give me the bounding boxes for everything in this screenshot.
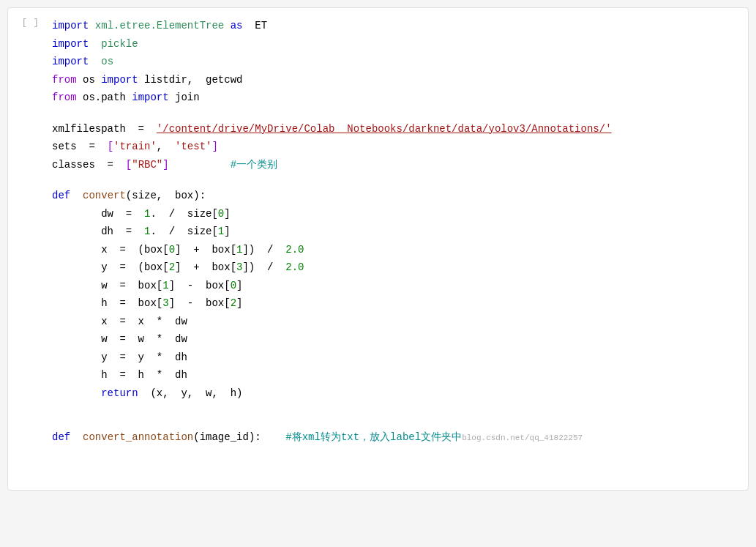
code-line-import-os: import os — [52, 53, 741, 71]
code-line-from-ospath: from os.path import join — [52, 89, 741, 107]
code-line-def-convert-annotation: def convert_annotation(image_id): #将xml转… — [52, 428, 741, 447]
separator-3 — [52, 402, 741, 415]
code-line-h-box32: h = box[3] - box[2] — [52, 294, 741, 313]
code-cell: [ ] import xml.etree.ElementTree as ET i… — [7, 7, 749, 491]
code-line-h-dh: h = h * dh — [52, 366, 741, 384]
code-line-w-box10: w = box[1] - box[0] — [52, 277, 741, 295]
code-line-classes: classes = ["RBC"] #一个类别 — [52, 156, 741, 174]
code-line-w-dw: w = w * dw — [52, 330, 741, 349]
code-line-from-os: from os import listdir, getcwd — [52, 71, 741, 89]
cell-bracket: [ ] — [22, 17, 39, 28]
code-line-dw: dw = 1. / size[0] — [52, 205, 741, 223]
code-line-x-box01: x = (box[0] + box[1]) / 2.0 — [52, 241, 741, 259]
separator-1 — [52, 107, 741, 120]
cell-content[interactable]: import xml.etree.ElementTree as ET impor… — [45, 8, 748, 490]
code-line-y-dh: y = y * dh — [52, 349, 741, 367]
code-line-def-convert: def convert(size, box): — [52, 187, 741, 205]
cell-gutter: [ ] — [8, 8, 45, 490]
code-line-return: return (x, y, w, h) — [52, 384, 741, 403]
code-line-xmlfilespath: xmlfilespath = '/content/drive/MyDrive/C… — [52, 120, 741, 138]
code-line-import-xml: import xml.etree.ElementTree as ET — [52, 17, 741, 35]
separator-4 — [52, 415, 741, 428]
code-line-y-box23: y = (box[2] + box[3]) / 2.0 — [52, 258, 741, 277]
separator-2 — [52, 174, 741, 187]
code-line-sets: sets = ['train', 'test'] — [52, 138, 741, 156]
code-line-dh: dh = 1. / size[1] — [52, 223, 741, 241]
code-line-import-pickle: import pickle — [52, 35, 741, 53]
code-line-x-dw: x = x * dw — [52, 313, 741, 331]
